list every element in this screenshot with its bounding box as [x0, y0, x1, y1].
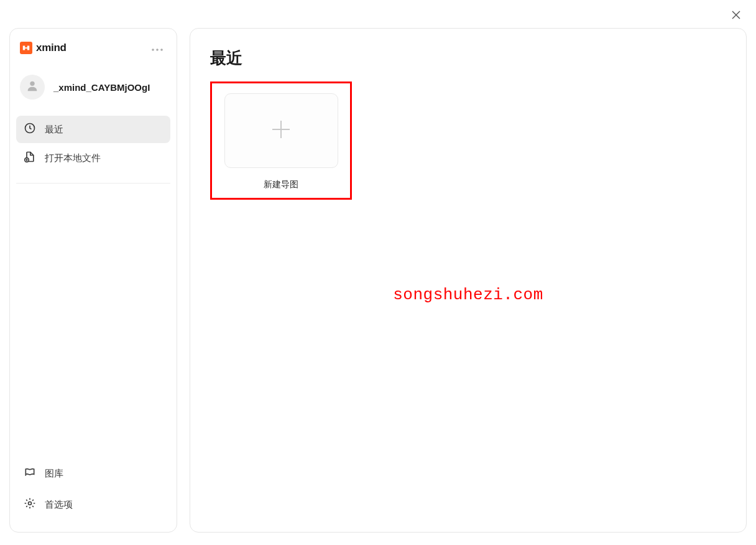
close-icon	[731, 10, 741, 22]
plus-icon	[269, 117, 293, 144]
nav-label: 首选项	[45, 499, 73, 511]
logo-text: xmind	[36, 42, 67, 54]
app-window: xmind	[0, 0, 756, 545]
logo[interactable]: xmind	[20, 42, 67, 54]
user-icon	[25, 79, 39, 95]
page-title: 最近	[210, 47, 726, 69]
svg-point-3	[156, 49, 159, 51]
nav-label: 最近	[45, 124, 63, 136]
user-profile[interactable]: _xmind_CAYBMjOOgI	[16, 70, 170, 105]
main-content: 最近 新建导图 songshuhezi.com	[190, 28, 747, 533]
more-icon	[152, 42, 163, 54]
spacer	[16, 184, 170, 459]
svg-point-8	[29, 502, 32, 505]
username: _xmind_CAYBMjOOgI	[53, 82, 150, 93]
more-button[interactable]	[149, 40, 165, 56]
sidebar-item-preferences[interactable]: 首选项	[16, 490, 170, 519]
nav-label: 打开本地文件	[45, 152, 101, 164]
xmind-logo-icon	[20, 42, 32, 54]
sidebar-item-open-local[interactable]: 打开本地文件	[16, 144, 170, 172]
gear-icon	[24, 497, 36, 512]
create-new-map-card[interactable]	[224, 93, 338, 168]
nav-label: 图库	[45, 468, 63, 480]
svg-point-4	[160, 49, 163, 51]
sidebar-item-gallery[interactable]: 图库	[16, 459, 170, 488]
sidebar-header: xmind	[16, 40, 170, 56]
highlight-annotation: 新建导图	[210, 82, 352, 200]
sidebar-bottom: 图库 首选项	[16, 459, 170, 519]
close-button[interactable]	[730, 10, 742, 22]
sidebar-item-recent[interactable]: 最近	[16, 116, 170, 143]
nav-section: 最近 打开本地文件	[16, 116, 170, 184]
gallery-icon	[24, 466, 36, 481]
sidebar: xmind	[9, 28, 177, 533]
svg-point-2	[152, 49, 154, 51]
create-label: 新建导图	[264, 179, 298, 190]
avatar	[20, 75, 45, 100]
file-add-icon	[24, 151, 36, 165]
watermark-text: songshuhezi.com	[393, 286, 543, 304]
svg-point-5	[30, 82, 34, 86]
clock-icon	[24, 122, 36, 137]
